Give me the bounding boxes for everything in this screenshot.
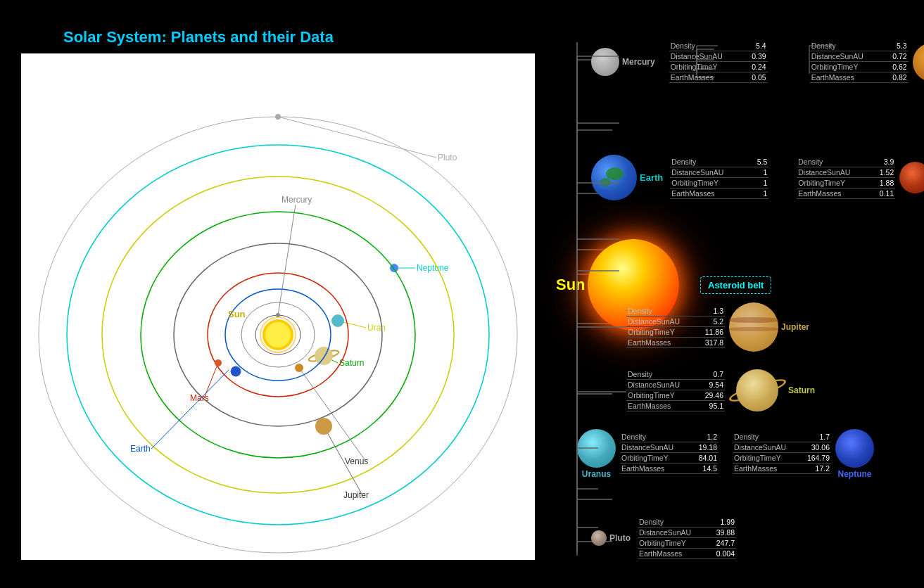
saturn-planet	[736, 369, 778, 411]
pluto-label: Pluto	[609, 533, 631, 543]
jupiter-entry: Density1.3 DistanceSunAU5.2 OrbitingTime…	[626, 302, 809, 352]
uranus-neptune-row: Uranus Density1.2 DistanceSunAU19.18 Orb…	[577, 429, 874, 479]
svg-text:Earth: Earth	[130, 444, 151, 454]
saturn-stats: Density0.7 DistanceSunAU9.54 OrbitingTim…	[626, 369, 725, 411]
svg-point-12	[331, 314, 344, 327]
earth-planet	[591, 155, 637, 200]
neptune-planet	[835, 429, 874, 468]
jupiter-planet	[729, 302, 778, 352]
earth-label: Earth	[640, 172, 663, 183]
mercury-planet	[591, 48, 619, 76]
sun-label: Sun	[556, 276, 586, 294]
uranus-stats: Density1.2 DistanceSunAU19.18 OrbitingTi…	[620, 432, 719, 474]
venus-planet	[913, 43, 924, 82]
svg-point-21	[215, 359, 222, 366]
page-title: Solar System: Planets and their Data	[63, 28, 535, 46]
venus-stats-right: Density5.3 DistanceSunAU0.72 OrbitingTim…	[810, 41, 909, 83]
diagram-box: Pluto Neptune Uran Saturn	[21, 53, 535, 560]
svg-point-17	[315, 347, 333, 365]
asteroid-belt-label: Asteroid belt	[700, 276, 771, 294]
earth-entry: Earth Density5.5 DistanceSunAU1 Orbiting…	[591, 155, 924, 200]
pluto-stats: Density1.99 DistanceSunAU39.88 OrbitingT…	[638, 517, 736, 559]
svg-text:Pluto: Pluto	[438, 153, 457, 162]
jupiter-stats: Density1.3 DistanceSunAU5.2 OrbitingTime…	[626, 306, 725, 348]
svg-text:Venus: Venus	[345, 456, 368, 466]
mars-planet	[899, 162, 924, 193]
neptune-label: Neptune	[838, 469, 872, 479]
svg-text:Sun: Sun	[228, 309, 246, 319]
neptune-stats: Density1.7 DistanceSunAU30.06 OrbitingTi…	[733, 432, 831, 474]
svg-point-38	[315, 418, 332, 435]
neptune-entry: Neptune	[835, 429, 874, 479]
earth-stats: Density5.5 DistanceSunAU1 OrbitingTimeY1…	[670, 157, 768, 199]
left-panel: Solar System: Planets and their Data Plu…	[21, 28, 535, 563]
jupiter-label: Jupiter	[781, 322, 809, 332]
saturn-planet-wrapper	[729, 369, 785, 411]
svg-point-30	[295, 364, 303, 372]
svg-text:Neptune: Neptune	[417, 263, 449, 273]
svg-point-40	[265, 322, 291, 347]
saturn-label: Saturn	[788, 385, 815, 395]
svg-text:Uran: Uran	[367, 323, 386, 333]
right-panel: Mercury Density5.4 DistanceSunAU0.39 Orb…	[556, 21, 915, 577]
mars-stats-right: Density3.9 DistanceSunAU1.52 OrbitingTim…	[797, 157, 895, 199]
uranus-planet	[577, 429, 616, 468]
saturn-entry: Density0.7 DistanceSunAU9.54 OrbitingTim…	[626, 369, 815, 411]
pluto-entry: Pluto Density1.99 DistanceSunAU39.88 Orb…	[591, 517, 736, 559]
uranus-entry: Uranus	[577, 429, 616, 479]
svg-text:Jupiter: Jupiter	[343, 490, 369, 500]
svg-text:Mercury: Mercury	[281, 195, 312, 205]
mercury-entry: Mercury Density5.4 DistanceSunAU0.39 Orb…	[591, 41, 924, 83]
svg-point-4	[275, 114, 281, 120]
uranus-label: Uranus	[582, 469, 611, 479]
pluto-planet	[591, 530, 607, 546]
svg-rect-0	[21, 53, 535, 560]
mercury-label: Mercury	[622, 57, 655, 67]
mercury-stats: Density5.4 DistanceSunAU0.39 OrbitingTim…	[669, 41, 768, 83]
